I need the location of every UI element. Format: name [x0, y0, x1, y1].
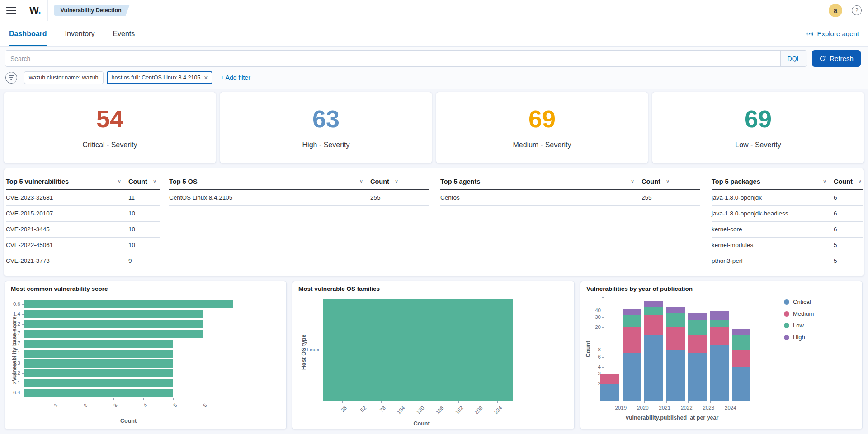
- legend-item-low[interactable]: Low: [784, 322, 814, 329]
- filter-pill-0[interactable]: wazuh.cluster.name: wazuh: [24, 71, 104, 84]
- legend-item-medium[interactable]: Medium: [784, 310, 814, 317]
- row-label: kernel-core: [712, 222, 742, 237]
- x-tick: [203, 398, 203, 400]
- menu-icon[interactable]: [6, 7, 16, 14]
- x-tick: [143, 398, 144, 400]
- y-tick-label: 1.4: [5, 311, 20, 317]
- table-header[interactable]: Top 5 agents∨Count∨: [440, 176, 700, 190]
- explore-agent-label: Explore agent: [817, 30, 859, 37]
- tab-dashboard[interactable]: Dashboard: [9, 21, 47, 46]
- x-tick: [173, 398, 174, 400]
- table-header[interactable]: Top 5 OS∨Count∨: [169, 176, 429, 190]
- legend-item-critical[interactable]: Critical: [784, 299, 814, 305]
- chart-most-vulnerable-os-families: Most vulnerable OS familiesLinux26527810…: [292, 281, 575, 429]
- y-tick: [602, 350, 604, 350]
- y-tick: [602, 357, 604, 358]
- chart-title: Most vulnerable OS families: [298, 285, 380, 292]
- y-tick: [22, 354, 24, 354]
- bar-0.6: [24, 300, 233, 308]
- avatar[interactable]: a: [829, 4, 842, 17]
- row-label: kernel-modules: [712, 238, 753, 253]
- bar-5.1: [24, 379, 173, 387]
- row-label: java-1.8.0-openjdk: [712, 190, 762, 205]
- top5-table-2: Top 5 OS∨Count∨CentOS Linux 8.4.2105255: [169, 176, 429, 206]
- bar-segment-2020-medium: [644, 315, 663, 335]
- x-tick: [497, 401, 498, 403]
- x-tick: [688, 401, 689, 403]
- axis-title: Count: [120, 418, 137, 424]
- dql-button[interactable]: DQL: [780, 51, 807, 66]
- help-icon[interactable]: ?: [852, 5, 862, 15]
- row-count: 10: [128, 238, 135, 253]
- y-tick-label: 4: [584, 364, 601, 369]
- y-tick-label: 40: [584, 308, 601, 313]
- table-row: Centos255: [440, 190, 700, 206]
- breadcrumb[interactable]: Vulnerability Detection: [54, 5, 130, 16]
- chevron-down-icon: ∨: [823, 178, 826, 184]
- wazuh-logo[interactable]: W.: [29, 5, 41, 16]
- legend-dot: [784, 323, 789, 328]
- close-icon[interactable]: ×: [204, 75, 208, 81]
- legend-dot: [784, 311, 789, 317]
- filter-pill-text: wazuh.cluster.name: wazuh: [29, 75, 99, 81]
- divider: [23, 0, 23, 21]
- chart-title: Most common vulnerability score: [11, 285, 108, 292]
- row-count: 6: [834, 206, 837, 221]
- filter-pills: wazuh.cluster.name: wazuhhost.os.full: C…: [24, 71, 212, 84]
- logo-dot: .: [38, 5, 41, 16]
- filter-pill-text: host.os.full: CentOS Linux 8.4.2105: [112, 75, 201, 81]
- legend-label: Medium: [793, 310, 814, 317]
- axis-title: Host OS type: [301, 335, 307, 370]
- x-tick: [342, 401, 343, 403]
- bar-segment-2019-low: [623, 315, 641, 327]
- legend-item-high[interactable]: High: [784, 334, 814, 341]
- bar-segment-2023-critical: [710, 345, 729, 401]
- filter-row: wazuh.cluster.name: wazuhhost.os.full: C…: [0, 69, 868, 87]
- bar-segment-2019-critical: [623, 353, 641, 401]
- filter-pill-1[interactable]: host.os.full: CentOS Linux 8.4.2105×: [107, 71, 213, 84]
- x-tick: [710, 401, 711, 403]
- x-tick-label: 52: [359, 405, 368, 413]
- y-tick: [602, 327, 604, 328]
- x-axis: [604, 401, 757, 401]
- y-tick: [22, 393, 24, 393]
- tab-events[interactable]: Events: [113, 21, 135, 46]
- tabs: DashboardInventoryEvents: [9, 21, 153, 46]
- bar-segment-2018-medium: [600, 374, 619, 384]
- table-row: java-1.8.0-openjdk6: [712, 190, 863, 206]
- filter-icon[interactable]: [5, 72, 17, 84]
- refresh-label: Refresh: [830, 55, 854, 62]
- search-input[interactable]: [5, 55, 780, 62]
- stat-value: 63: [220, 105, 432, 133]
- table-title: Top 5 agents: [440, 176, 700, 187]
- x-tick: [54, 398, 54, 400]
- logo-letter: W: [29, 5, 38, 16]
- tab-inventory[interactable]: Inventory: [65, 21, 95, 46]
- chevron-down-icon: ∨: [666, 178, 670, 184]
- x-tick: [420, 401, 420, 403]
- table-row: CentOS Linux 8.4.2105255: [169, 190, 429, 206]
- table-header[interactable]: Top 5 vulnerabilities∨Count∨: [6, 176, 160, 190]
- y-tick: [22, 324, 24, 325]
- refresh-button[interactable]: Refresh: [812, 50, 861, 67]
- stat-label: Low - Severity: [652, 141, 864, 149]
- explore-agent-link[interactable]: Explore agent: [806, 30, 859, 37]
- y-tick: [22, 314, 24, 315]
- axis-title: vulnerability.published_at per year: [626, 415, 718, 421]
- x-axis: [323, 401, 523, 401]
- axis-title: Count: [414, 420, 430, 427]
- row-count: 255: [642, 190, 652, 205]
- table-row: CVE-2015-2010710: [6, 206, 160, 222]
- chart-most-common-vulnerability-score: Most common vulnerability score0.61.42.2…: [5, 281, 287, 429]
- add-filter-button[interactable]: + Add filter: [220, 74, 250, 81]
- search-bar: DQL: [5, 50, 807, 67]
- table-header[interactable]: Top 5 packages∨Count∨: [712, 176, 863, 190]
- tabs-row: DashboardInventoryEvents Explore agent: [0, 21, 868, 47]
- x-tick-label: 1: [52, 402, 58, 408]
- x-tick: [732, 401, 732, 403]
- x-tick-label: 6: [202, 402, 208, 408]
- count-header: Count: [834, 176, 853, 187]
- row-label: Centos: [440, 190, 460, 205]
- bar-segment-2021-critical: [666, 350, 685, 401]
- legend-dot: [784, 299, 789, 305]
